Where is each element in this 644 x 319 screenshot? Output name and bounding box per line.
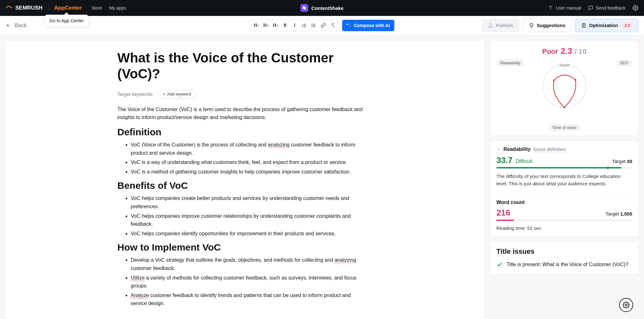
user-manual-link[interactable]: User manual xyxy=(548,5,581,11)
compose-ai-button[interactable]: Compose with AI xyxy=(342,20,394,31)
floating-settings-button[interactable] xyxy=(619,298,633,312)
svg-point-23 xyxy=(625,304,627,306)
svg-point-20 xyxy=(553,80,555,81)
ordered-list-icon xyxy=(302,23,307,28)
wordcount-progress xyxy=(496,220,632,221)
gear-icon xyxy=(633,5,638,11)
article-title[interactable]: What is the Voice of the Customer (VoC)? xyxy=(117,50,366,82)
list-item[interactable]: Utilize a variety of methods for collect… xyxy=(131,274,366,290)
definition-list[interactable]: VoC (Voice of the Customer) is the proce… xyxy=(117,141,366,176)
optimization-button[interactable]: Optimization 2.3 xyxy=(575,19,638,32)
settings-button[interactable] xyxy=(633,5,638,11)
arrow-left-icon xyxy=(6,23,11,28)
check-icon xyxy=(496,261,503,268)
clear-format-button[interactable] xyxy=(328,21,337,30)
readability-panel: Readability Score definition 33.7 Diffic… xyxy=(490,140,639,237)
link-button[interactable] xyxy=(319,21,328,30)
h2-button[interactable]: H2 xyxy=(261,21,270,30)
benefits-list[interactable]: VoC helps companies create better produc… xyxy=(117,194,366,237)
nav-store[interactable]: Store xyxy=(91,5,102,11)
svg-point-22 xyxy=(563,107,565,108)
list-item[interactable]: VoC helps companies improve customer rel… xyxy=(131,212,366,228)
svg-point-16 xyxy=(543,65,586,108)
readability-target: Target 30 xyxy=(612,159,632,164)
radar-target-label: Target xyxy=(559,63,569,67)
intro-paragraph[interactable]: The Voice of the Customer (VoC) is a ter… xyxy=(117,105,366,122)
svg-point-11 xyxy=(312,26,312,27)
radar-label-tone: Tone of voice xyxy=(548,124,581,131)
main: What is the Voice of the Customer (VoC)?… xyxy=(0,35,644,319)
chat-icon xyxy=(588,5,593,11)
brand-name: SEMRUSH xyxy=(15,5,42,11)
editor-content[interactable]: What is the Voice of the Customer (VoC)?… xyxy=(114,50,376,308)
svg-point-2 xyxy=(635,7,636,9)
heading-benefits[interactable]: Benefits of VoC xyxy=(117,180,366,191)
separator xyxy=(48,5,48,11)
chevron-down-icon xyxy=(496,147,501,152)
readability-head[interactable]: Readability Score definition xyxy=(496,146,632,152)
svg-point-18 xyxy=(553,75,575,97)
top-nav: Store My apps xyxy=(91,5,126,11)
readability-value: 33.7 xyxy=(496,155,513,165)
list-item[interactable]: Develop a VoC strategy that outlines the… xyxy=(131,256,366,272)
list-item[interactable]: VoC is a way of understanding what custo… xyxy=(131,158,366,167)
publish-button[interactable]: Publish xyxy=(482,19,519,32)
nav-myapps[interactable]: My apps xyxy=(109,5,126,11)
add-keyword-button[interactable]: + Add keyword xyxy=(158,90,196,98)
readability-progress xyxy=(496,167,632,168)
score-definition-link[interactable]: Score definition xyxy=(533,146,566,152)
svg-point-19 xyxy=(559,81,570,92)
heading-definition[interactable]: Definition xyxy=(117,127,366,138)
appcenter-tooltip: Go to App Center xyxy=(45,15,89,27)
italic-button[interactable]: I xyxy=(290,21,299,30)
appcenter-link[interactable]: AppCenter xyxy=(54,5,82,11)
suggestions-button[interactable]: Suggestions xyxy=(523,19,571,32)
svg-point-10 xyxy=(312,25,312,25)
magic-icon xyxy=(347,23,351,28)
opt-score-badge: 2.3 xyxy=(622,23,632,28)
list-item[interactable]: VoC is a method of gathering customer in… xyxy=(131,168,366,176)
issue-row: Title is present: What is the Voice of C… xyxy=(496,261,632,268)
implement-list[interactable]: Develop a VoC strategy that outlines the… xyxy=(117,256,366,308)
send-feedback-link[interactable]: Send feedback xyxy=(588,5,626,11)
ordered-list-button[interactable] xyxy=(300,21,309,30)
radar-chart: Readability SEO Tone of voice Target xyxy=(496,59,632,123)
share-icon xyxy=(488,23,493,28)
wordcount-target: Target 1,500 xyxy=(606,211,632,216)
back-button[interactable]: Back xyxy=(6,22,27,29)
reading-time: Reading time: 52 sec xyxy=(496,225,632,231)
radar-label-seo: SEO xyxy=(616,59,632,67)
score-header: Poor 2.3 / 10 xyxy=(496,46,632,56)
toolbar-right: Publish Suggestions Optimization 2.3 xyxy=(482,19,638,32)
formatting-group: H1 H2 H3 B I xyxy=(250,20,340,31)
list-item[interactable]: Analyze customer feedback to identify tr… xyxy=(131,291,366,308)
optimization-sidebar: Poor 2.3 / 10 Readability SEO Tone of vo… xyxy=(490,40,639,274)
link-icon xyxy=(321,23,326,28)
svg-point-21 xyxy=(574,79,576,81)
h3-button[interactable]: H3 xyxy=(271,21,280,30)
bullet-list-button[interactable] xyxy=(309,21,318,30)
bold-button[interactable]: B xyxy=(281,21,289,30)
topbar: SEMRUSH AppCenter Store My apps ContentS… xyxy=(0,0,644,16)
wordcount-title: Word count xyxy=(496,200,632,205)
readability-title: Readability xyxy=(503,146,531,152)
toolbar: Back H1 H2 H3 B I Compose with AI xyxy=(0,16,644,35)
list-item[interactable]: VoC helps companies identify opportuniti… xyxy=(131,230,366,238)
readability-tag: Difficult xyxy=(516,159,532,164)
wordcount-metric: 216 Target 1,500 xyxy=(496,208,632,218)
contentshake-icon xyxy=(301,4,308,12)
h1-button[interactable]: H1 xyxy=(252,21,261,30)
score-word: Poor xyxy=(542,47,558,56)
list-item[interactable]: VoC helps companies create better produc… xyxy=(131,194,366,210)
readability-metric: 33.7 Difficult Target 30 xyxy=(496,155,632,165)
score-max: / 10 xyxy=(575,47,587,56)
list-item[interactable]: VoC (Voice of the Customer) is the proce… xyxy=(131,141,366,157)
brand[interactable]: SEMRUSH AppCenter xyxy=(6,4,82,11)
svg-point-9 xyxy=(312,24,312,24)
app-title: ContentShake xyxy=(301,4,344,12)
bullet-list-icon xyxy=(311,23,316,28)
heading-implement[interactable]: How to Implement VoC xyxy=(117,242,366,253)
score-panel: Poor 2.3 / 10 Readability SEO Tone of vo… xyxy=(490,40,639,136)
issue-text: Title is present: What is the Voice of C… xyxy=(507,261,628,268)
radar-label-readability: Readability xyxy=(496,59,524,67)
